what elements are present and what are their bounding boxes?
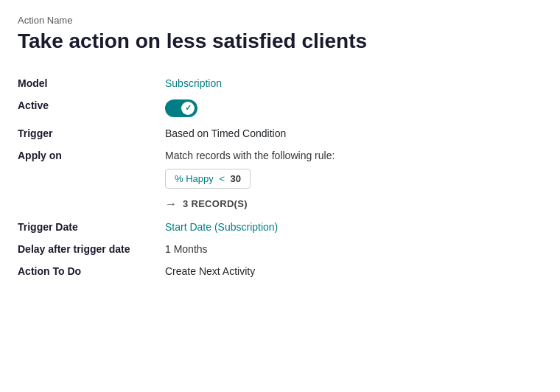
rule-value: 30 — [231, 173, 241, 184]
trigger-value: Based on Timed Condition — [165, 122, 542, 144]
delay-row: Delay after trigger date 1 Months — [18, 237, 542, 259]
model-label: Model — [18, 71, 165, 94]
action-todo-label: Action To Do — [18, 259, 165, 281]
rule-badge[interactable]: % Happy < 30 — [165, 169, 251, 189]
apply-on-row: Apply on Match records with the followin… — [18, 144, 542, 215]
apply-on-label: Apply on — [18, 144, 165, 215]
active-label: Active — [18, 94, 165, 122]
delay-value: 1 Months — [165, 243, 208, 255]
rule-field: % Happy — [175, 173, 214, 184]
rule-operator: < — [219, 173, 225, 184]
delay-value-cell: 1 Months — [165, 237, 542, 259]
trigger-date-value-cell: Start Date (Subscription) — [165, 215, 542, 237]
trigger-row: Trigger Based on Timed Condition — [18, 122, 542, 144]
trigger-label: Trigger — [18, 122, 165, 144]
toggle-check-icon: ✓ — [185, 104, 192, 112]
trigger-date-value[interactable]: Start Date (Subscription) — [165, 221, 278, 233]
action-todo-row: Action To Do Create Next Activity — [18, 259, 542, 281]
action-name-label: Action Name — [18, 15, 542, 26]
apply-on-description: Match records with the following rule: — [165, 150, 542, 161]
action-todo-value: Create Next Activity — [165, 259, 542, 281]
active-value-cell: ✓ — [165, 94, 542, 122]
active-row: Active ✓ — [18, 94, 542, 122]
page-title: Take action on less satisfied clients — [18, 29, 542, 54]
records-row: → 3 RECORD(S) — [165, 197, 542, 211]
trigger-date-row: Trigger Date Start Date (Subscription) — [18, 215, 542, 237]
records-count[interactable]: 3 RECORD(S) — [183, 198, 248, 209]
trigger-date-label: Trigger Date — [18, 215, 165, 237]
delay-label: Delay after trigger date — [18, 237, 165, 259]
apply-on-value-cell: Match records with the following rule: %… — [165, 144, 542, 215]
active-toggle-container: ✓ — [165, 99, 197, 117]
toggle-knob: ✓ — [181, 102, 195, 115]
form-table: Model Subscription Active ✓ Trigger — [18, 71, 542, 281]
model-link[interactable]: Subscription — [165, 77, 222, 89]
active-toggle[interactable]: ✓ — [165, 99, 197, 117]
model-value: Subscription — [165, 71, 542, 94]
model-row: Model Subscription — [18, 71, 542, 94]
arrow-icon: → — [165, 197, 177, 211]
